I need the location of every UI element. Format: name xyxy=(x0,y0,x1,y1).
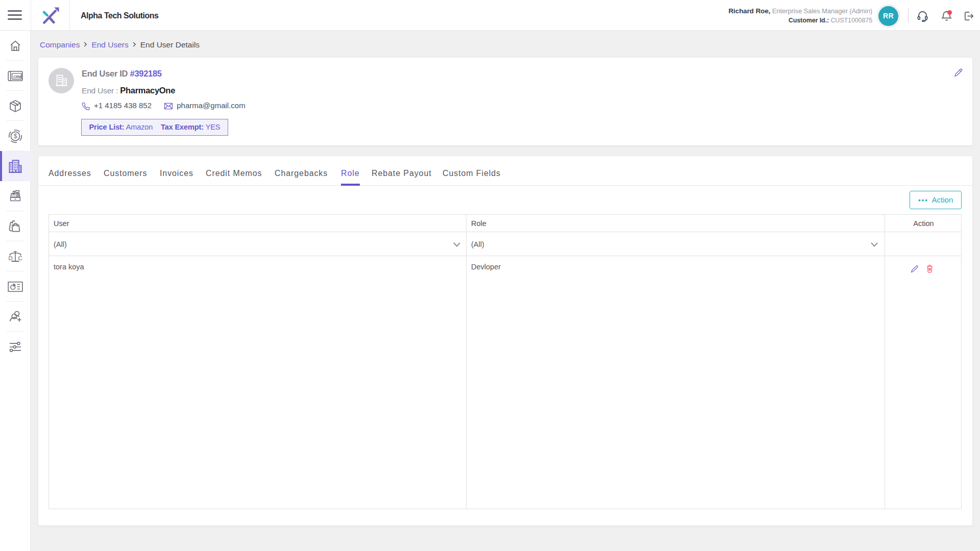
svg-text:D: D xyxy=(9,255,13,261)
svg-text:C: C xyxy=(18,255,22,261)
svg-text:CRM: CRM xyxy=(13,74,21,78)
svg-text:$: $ xyxy=(14,133,17,140)
